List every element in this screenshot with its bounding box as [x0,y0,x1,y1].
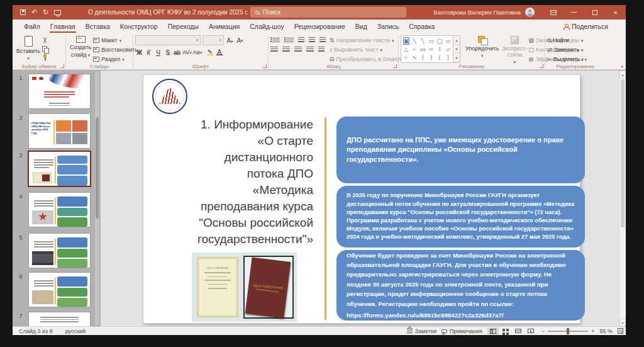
clipboard-dialog-launcher[interactable] [60,64,64,68]
justify-icon[interactable] [306,47,314,53]
shape-down-arrow-icon[interactable]: ⇩ [437,46,441,52]
comments-button[interactable]: Примечания [441,328,482,334]
slide-thumbnail-1[interactable] [29,74,90,108]
shape-star-icon[interactable]: ☆ [404,54,409,60]
reading-view-button[interactable] [513,327,524,335]
font-name-combo[interactable]: ▾ [135,35,201,45]
tab-help[interactable]: Справка [404,21,440,33]
tab-file[interactable]: Файл [19,21,45,33]
ribbon-display-options-button[interactable] [543,5,564,20]
new-slide-button[interactable]: Создать слайд▾ [68,35,93,59]
copy-icon[interactable] [42,46,48,52]
tab-animations[interactable]: Анимация [204,21,245,33]
language-indicator[interactable]: русский [59,328,92,334]
decrease-font-button[interactable]: А▾ [236,36,244,45]
scroll-up-icon[interactable]: ▴ [619,71,626,78]
find-button[interactable]: Найти [547,36,584,45]
shape-right-arrow-icon[interactable]: ⇨ [429,46,433,52]
university-logo[interactable] [152,79,187,114]
font-size-combo[interactable]: ▾ [203,35,224,45]
shape-right-paren-icon[interactable]: ) [430,54,432,60]
highlight-color-button[interactable]: ✎ [206,48,214,57]
tab-record[interactable]: Запись [372,21,404,33]
paste-button[interactable]: Вставить ▾ [14,35,42,61]
notes-button[interactable]: Заметки [407,328,436,334]
shape-textbox-icon[interactable]: ▣ [404,38,409,44]
zoom-out-button[interactable]: − [541,328,545,334]
shape-arrow-icon[interactable]: ╲ [421,38,425,44]
restore-button[interactable] [584,5,605,20]
bold-button[interactable]: Ж [135,48,143,57]
zoom-in-button[interactable]: + [591,328,594,334]
tab-review[interactable]: Рецензирование [289,21,350,33]
shapes-more-icon[interactable]: ▾ [453,54,460,62]
align-center-icon[interactable] [282,47,290,53]
tab-design[interactable]: Конструктор [115,21,163,33]
align-right-icon[interactable] [294,47,302,53]
save-icon[interactable] [20,9,26,15]
normal-view-button[interactable] [487,327,499,335]
layout-button[interactable]: Макет▾ [93,36,138,45]
close-button[interactable]: × [605,5,626,20]
shape-triangle-icon[interactable]: △ [404,46,408,52]
slide-thumbnail-3-selected[interactable] [29,152,90,186]
slide-thumbnail-7[interactable] [29,312,90,326]
tab-transitions[interactable]: Переходы [163,21,204,33]
share-button[interactable]: Поделиться [563,23,608,30]
shape-left-paren-icon[interactable]: ( [422,54,424,60]
select-button[interactable]: ▻Выделить▾ [547,55,584,64]
zoom-slider[interactable] [548,331,588,332]
line-spacing-icon[interactable] [319,37,326,43]
italic-button[interactable]: К [145,48,153,57]
numbering-icon[interactable] [286,37,294,43]
tab-slideshow[interactable]: Слайд-шоу [245,21,289,33]
thumbnail-panel-scrollbar[interactable] [95,72,99,325]
text-shadow-button[interactable]: S [164,48,172,57]
slide-thumbnail-2[interactable]: ПЛАН РАБОТЫ ОМЦ НА август - декабрь 2025… [29,114,90,148]
slide-thumbnail-5[interactable] [29,234,90,268]
vertical-divider-line[interactable] [325,117,326,320]
shape-wave-icon[interactable]: ∿ [412,54,416,60]
tab-home[interactable]: Главная [45,21,80,33]
font-color-button[interactable]: А [215,48,223,57]
info-box-3[interactable]: Обучение будет проведено за счет Минобрн… [336,250,585,321]
shape-oval-icon[interactable]: ◯ [436,38,443,44]
underline-button[interactable]: Ч [154,48,162,57]
format-painter-icon[interactable] [42,54,48,60]
shape-curve-icon[interactable]: ᔕ [421,46,426,52]
text-direction-button[interactable]: ⇅Направление текста▾ [330,36,409,45]
section-button[interactable]: Раздел▾ [93,55,138,64]
shape-right-brace-icon[interactable]: } [447,54,449,60]
strikethrough-button[interactable]: ab [173,48,181,57]
account-button[interactable]: Бахтоярова Валерия Павловна [433,5,535,20]
canvas-scrollbar[interactable]: ▴ ▾ [619,71,626,326]
decrease-indent-icon[interactable] [298,37,304,43]
registration-link[interactable]: https://forms.yandex.ru/u/6891bc9884227c… [347,310,575,320]
paragraph-dialog-launcher[interactable] [393,64,397,68]
shape-rounded-rect-icon[interactable]: ▭ [445,38,450,44]
search-box[interactable]: Поиск [250,7,406,18]
columns-icon[interactable] [318,47,325,53]
smartart-button[interactable]: ⊟Преобразовать в SmartArt▾ [330,55,409,64]
drawing-dialog-launcher[interactable] [540,64,543,68]
shape-line-icon[interactable]: ╲ [413,38,416,44]
reset-button[interactable]: Восстановить [93,45,138,54]
slide-thumbnail-4[interactable] [29,193,90,227]
scroll-down-icon[interactable]: ▾ [619,319,626,326]
increase-indent-icon[interactable] [309,37,315,43]
shape-rect-icon[interactable]: ▭ [429,38,434,44]
start-slideshow-icon[interactable] [54,10,61,15]
info-box-2[interactable]: В 2025 году по поручению Минобрнауки Рос… [336,186,585,247]
shapes-gallery-scroll[interactable]: ▴ ▾ ▾ [453,35,460,63]
character-spacing-button[interactable]: AV▾ [182,48,192,57]
current-slide[interactable]: 1. Информирование «О старте дистанционно… [143,75,580,323]
zoom-level[interactable]: 86 % [599,328,613,334]
tab-view[interactable]: Вид [350,21,372,33]
minimize-button[interactable] [564,5,584,20]
slide-thumbnail-6[interactable] [29,273,90,307]
font-dialog-launcher[interactable] [263,64,267,68]
undo-icon[interactable]: ↶ [31,9,37,16]
shapes-gallery[interactable]: ▣ ╲ ╲ ▭ ◯ ▭ △ ⌐ ᔕ ⇨ ⇩ ▱ ☆ ∿ ( ) { [401,35,453,63]
quick-styles-button[interactable]: Экспресс-стили ▾ [501,35,529,65]
shape-parallelogram-icon[interactable]: ▱ [446,46,450,52]
